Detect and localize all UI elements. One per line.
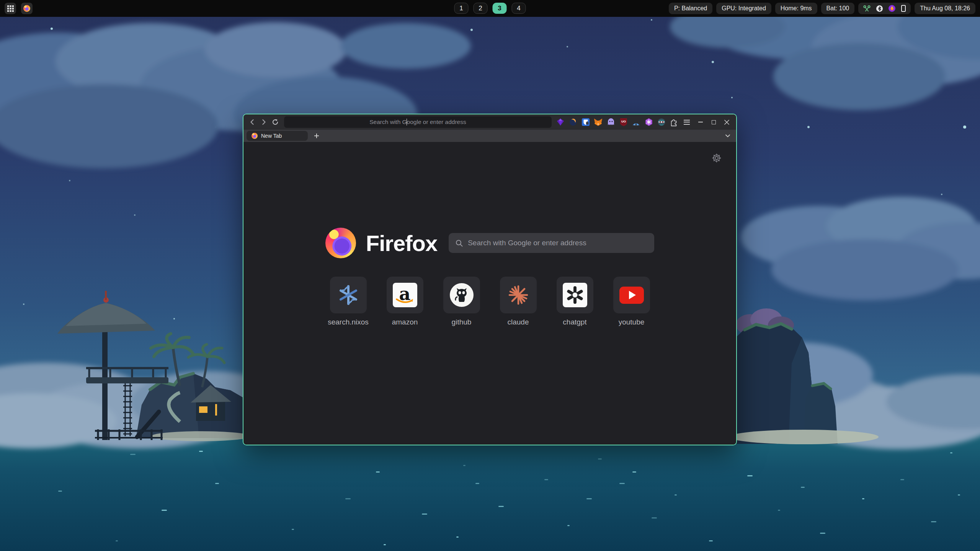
gpu-status: GPU: Integrated xyxy=(716,3,771,14)
clock: Thu Aug 08, 18:26 xyxy=(915,3,975,14)
svg-text:UO: UO xyxy=(621,120,626,123)
reload-button[interactable] xyxy=(270,116,281,128)
ping-status: Home: 9ms xyxy=(775,3,817,14)
extension-gem-icon[interactable] xyxy=(555,117,566,128)
youtube-play-icon xyxy=(619,287,644,304)
chevron-right-icon xyxy=(261,119,267,125)
phone-icon[interactable] xyxy=(901,5,906,12)
extension-spy-avatar-icon[interactable] xyxy=(656,117,667,128)
shortcut-chatgpt[interactable] xyxy=(557,277,593,313)
shortcut-search-nixos[interactable] xyxy=(330,277,367,313)
claude-starburst-icon xyxy=(508,285,529,305)
text-caret xyxy=(407,119,407,126)
close-icon xyxy=(724,120,729,125)
url-placeholder: Search with Google or enter address xyxy=(369,119,466,126)
reload-icon xyxy=(272,119,279,126)
nixos-snowflake-icon xyxy=(338,284,359,306)
chevron-left-icon xyxy=(249,119,255,125)
newtab-page: Firefox Search with Google or enter addr… xyxy=(243,142,736,445)
firefox-logo xyxy=(325,228,356,258)
search-icon xyxy=(456,240,463,247)
all-tabs-chevron-button[interactable] xyxy=(722,131,733,141)
bluetooth-icon[interactable] xyxy=(876,5,883,12)
extension-hex-asterisk-icon[interactable] xyxy=(643,117,654,128)
new-tab-button[interactable] xyxy=(312,131,322,141)
extension-moon-orange-icon[interactable] xyxy=(567,117,578,128)
openai-knot-icon xyxy=(563,283,587,307)
forward-button[interactable] xyxy=(258,116,270,128)
close-button[interactable] xyxy=(720,116,733,128)
shortcut-label: amazon xyxy=(392,318,418,326)
shortcut-youtube[interactable] xyxy=(613,277,650,313)
shortcut-label: search.nixos xyxy=(328,318,369,326)
firefox-icon xyxy=(23,5,30,12)
app-launcher-button[interactable] xyxy=(5,3,16,14)
newtab-hero: Firefox Search with Google or enter addr… xyxy=(243,228,736,258)
extension-metamask-icon[interactable] xyxy=(593,117,604,128)
hamburger-menu-button[interactable] xyxy=(681,120,693,125)
maximize-button[interactable] xyxy=(707,116,720,128)
gear-icon xyxy=(712,153,722,163)
shortcut-amazon[interactable]: a xyxy=(387,277,423,313)
desktop: 1 2 3 4 P: Balanced GPU: Integrated Home… xyxy=(0,0,980,551)
extension-nordvpn-icon[interactable] xyxy=(630,117,642,128)
back-button[interactable] xyxy=(247,116,258,128)
workspace-1[interactable]: 1 xyxy=(454,3,469,14)
system-tray xyxy=(858,3,911,14)
workspace-switcher: 1 2 3 4 xyxy=(454,3,526,14)
extension-ublock-origin-icon[interactable]: UO xyxy=(618,117,629,128)
firefox-tab-icon xyxy=(252,133,258,139)
window-controls xyxy=(694,116,733,128)
topbar: 1 2 3 4 P: Balanced GPU: Integrated Home… xyxy=(0,0,980,17)
navigation-toolbar: Search with Google or enter address xyxy=(243,114,736,130)
search-placeholder: Search with Google or enter address xyxy=(468,239,586,247)
shortcut-label: github xyxy=(452,318,472,326)
workspace-4[interactable]: 4 xyxy=(512,3,526,14)
amazon-icon: a xyxy=(393,283,417,307)
scissors-icon[interactable] xyxy=(863,5,871,12)
tab-strip: New Tab xyxy=(243,130,736,142)
minimize-button[interactable] xyxy=(694,116,707,128)
shortcuts-row: search.nixos a amazon xyxy=(243,277,736,326)
tab-new-tab[interactable]: New Tab xyxy=(247,131,308,141)
puzzle-icon xyxy=(670,118,678,126)
firefox-launcher-button[interactable] xyxy=(21,3,33,14)
chevron-down-icon xyxy=(725,134,730,137)
extension-bitwarden-icon[interactable] xyxy=(580,117,591,128)
workspace-2[interactable]: 2 xyxy=(474,3,488,14)
shortcut-claude[interactable] xyxy=(500,277,537,313)
workspace-3-active[interactable]: 3 xyxy=(493,3,507,14)
extension-icons-row: UO xyxy=(555,117,679,128)
shortcut-label: chatgpt xyxy=(563,318,586,326)
firefox-wordmark: Firefox xyxy=(366,230,437,256)
shortcut-label: youtube xyxy=(619,318,645,326)
flameshot-icon[interactable] xyxy=(889,5,895,12)
power-profile-status: P: Balanced xyxy=(669,3,712,14)
github-octocat-icon xyxy=(450,283,474,307)
tab-title: New Tab xyxy=(261,133,282,139)
apps-grid-icon xyxy=(7,5,14,12)
newtab-search-input[interactable]: Search with Google or enter address xyxy=(449,233,654,253)
url-bar[interactable]: Search with Google or enter address xyxy=(284,116,552,128)
battery-status: Bat: 100 xyxy=(821,3,855,14)
shortcut-label: claude xyxy=(508,318,529,326)
maximize-icon xyxy=(712,120,716,124)
minimize-icon xyxy=(698,122,703,122)
extensions-puzzle-button[interactable] xyxy=(668,117,679,128)
personalize-gear-button[interactable] xyxy=(711,153,722,164)
shortcut-github[interactable] xyxy=(443,277,480,313)
firefox-window: Search with Google or enter address xyxy=(243,114,737,445)
extension-ghostery-icon[interactable] xyxy=(605,117,616,128)
